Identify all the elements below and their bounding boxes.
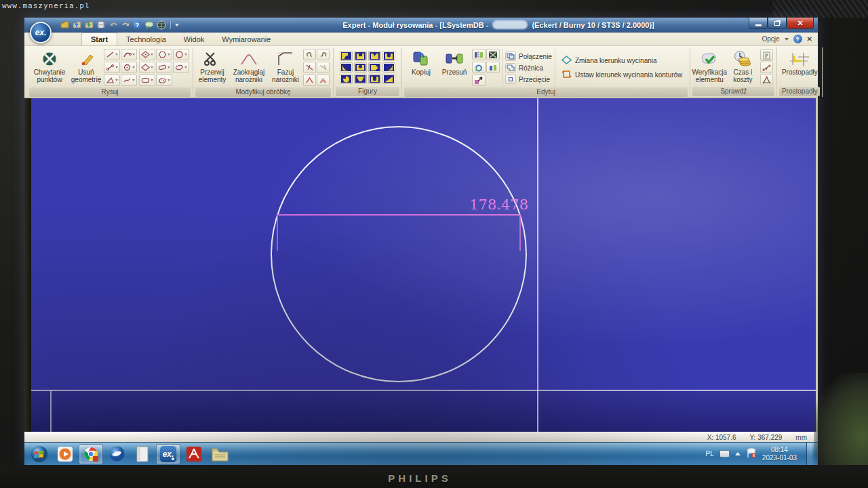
diamond-tool[interactable] — [139, 49, 155, 60]
freeform-tool[interactable] — [156, 75, 172, 86]
triangle-tool[interactable] — [104, 75, 120, 86]
ribbon: Chwytanie punktów Usuń geometrię — [24, 46, 818, 98]
figure-tile[interactable] — [382, 51, 395, 61]
start-button[interactable] — [27, 444, 52, 464]
czas-i-koszty-button[interactable]: Czas i koszty — [727, 49, 758, 86]
media-player-icon[interactable] — [53, 444, 77, 464]
segment-tool[interactable] — [104, 62, 120, 73]
prostopadly-button[interactable]: Prostopadły — [781, 49, 818, 86]
scale-tool[interactable] — [486, 49, 500, 60]
spiral-left-tool[interactable] — [303, 49, 316, 60]
weryfikacja-elementu-button[interactable]: Weryfikacja elementu — [694, 49, 725, 86]
close-button[interactable]: ✕ — [787, 18, 814, 29]
stretch-tool[interactable] — [472, 75, 486, 86]
document-icon[interactable] — [130, 444, 155, 464]
chwytanie-punktow-button[interactable]: Chwytanie punktów — [31, 49, 68, 87]
tab-wymiarowanie[interactable]: Wymiarowanie — [213, 33, 279, 45]
help-icon[interactable]: ? — [133, 20, 142, 29]
group-label-modyfikuj: Modyfikuj obróbkę — [195, 87, 331, 97]
language-indicator[interactable]: PL — [706, 450, 714, 458]
drawing-canvas[interactable]: 178.478 — [31, 98, 818, 432]
circle-tool[interactable] — [121, 62, 137, 73]
keyboard-layout-icon[interactable] — [719, 450, 730, 458]
export-icon[interactable] — [84, 20, 94, 29]
przesun-button[interactable]: Przesuń — [439, 49, 470, 87]
import-icon[interactable] — [72, 20, 81, 29]
ustaw-kierunek-button[interactable]: Ustaw kierunek wycinania konturów — [561, 70, 682, 80]
chrome-icon[interactable] — [79, 444, 103, 464]
polygon-tool[interactable] — [156, 49, 172, 60]
drawing-geometry: 178.478 — [31, 98, 816, 432]
options-dropdown-icon[interactable] — [785, 38, 789, 41]
slot-tool[interactable] — [156, 62, 172, 73]
options-button[interactable]: Opcje — [762, 35, 779, 43]
show-desktop-button[interactable] — [806, 443, 812, 465]
figure-tile[interactable] — [354, 62, 367, 73]
rounded-rect-tool[interactable] — [139, 75, 155, 86]
line-tool[interactable] — [104, 49, 120, 60]
spline-tool[interactable] — [121, 75, 137, 86]
rotated-square-tool[interactable] — [139, 62, 155, 73]
acrobat-icon[interactable] — [182, 444, 206, 464]
dimension-178[interactable]: 178.478 — [277, 197, 528, 251]
tab-widok[interactable]: Widok — [175, 33, 214, 45]
ellipse-tool[interactable] — [173, 62, 189, 73]
arc-tool[interactable] — [121, 49, 137, 60]
rotate-tool[interactable] — [472, 62, 486, 73]
area-check-tool[interactable] — [760, 74, 773, 85]
circle-geometry[interactable] — [271, 127, 526, 382]
ribbon-tab-row: ex. Start Technologia Widok Wymiarowanie… — [24, 33, 818, 46]
angle-alt-tool[interactable] — [317, 75, 330, 86]
figure-tile[interactable] — [382, 74, 395, 84]
open-icon[interactable] — [60, 20, 69, 29]
spiral-right-tool[interactable] — [317, 49, 330, 60]
expert-app-icon[interactable]: ex. — [156, 444, 180, 464]
action-center-flag-icon[interactable] — [746, 448, 757, 460]
cursor-x-coordinate: X: 1057.6 — [707, 434, 736, 441]
zaokraglaj-narozniki-button[interactable]: Zaokrąglaj narożniki — [230, 49, 268, 87]
figure-tile[interactable] — [354, 74, 367, 84]
quick-access-dropdown-icon[interactable] — [175, 24, 179, 26]
zmiana-kierunku-button[interactable]: Zmiana kierunku wycinania — [561, 56, 682, 66]
przeciecie-button[interactable]: Przecięcie — [505, 75, 552, 84]
tab-start[interactable]: Start — [81, 33, 117, 45]
notes-folder-icon[interactable] — [208, 444, 232, 464]
undo-icon[interactable] — [108, 20, 118, 29]
figure-tile[interactable] — [368, 51, 381, 61]
extend-line-tool[interactable] — [317, 62, 330, 73]
mirror-tool[interactable] — [472, 49, 486, 60]
figure-tile[interactable] — [340, 51, 353, 61]
angle-tool[interactable] — [303, 75, 316, 86]
usun-geometrie-button[interactable]: Usuń geometrię — [71, 49, 102, 87]
minimize-button[interactable] — [749, 18, 768, 29]
measure-tool[interactable] — [760, 62, 773, 73]
przerwij-elementy-button[interactable]: Przerwij elementy — [197, 49, 228, 87]
figure-tile[interactable] — [382, 62, 395, 73]
figure-tile[interactable] — [368, 62, 381, 73]
figure-tile[interactable] — [354, 51, 367, 61]
kopiuj-button[interactable]: Kopiuj — [406, 49, 437, 87]
redo-icon[interactable] — [121, 20, 130, 29]
tab-technologia[interactable]: Technologia — [117, 33, 175, 45]
help-button[interactable]: ? — [793, 35, 802, 43]
report-tool[interactable] — [760, 49, 773, 61]
trim-line-tool[interactable] — [303, 62, 316, 73]
union-icon — [505, 52, 516, 61]
roznica-button[interactable]: Różnica — [505, 63, 552, 73]
restore-button[interactable] — [768, 18, 787, 29]
fazuj-narozniki-button[interactable]: Fazuj narożniki — [270, 49, 301, 87]
hidden-icons-button[interactable] — [735, 452, 741, 455]
figure-tile[interactable] — [368, 74, 381, 84]
taskbar-clock[interactable]: 08:14 2023-01-03 — [762, 446, 797, 462]
language-globe-icon[interactable] — [157, 20, 166, 29]
polaczenie-button[interactable]: Połączenie — [505, 52, 552, 61]
feedback-icon[interactable] — [144, 20, 154, 29]
save-icon[interactable] — [96, 20, 106, 29]
figure-tile[interactable] — [340, 74, 353, 84]
big-circle-tool[interactable] — [173, 49, 189, 60]
application-menu-button[interactable]: ex. — [30, 22, 52, 43]
blue-globe-app-icon[interactable] — [104, 444, 129, 464]
figure-tile[interactable] — [340, 62, 353, 73]
collapse-ribbon-icon[interactable]: ✕ — [807, 35, 812, 43]
align-tool[interactable] — [486, 62, 500, 73]
